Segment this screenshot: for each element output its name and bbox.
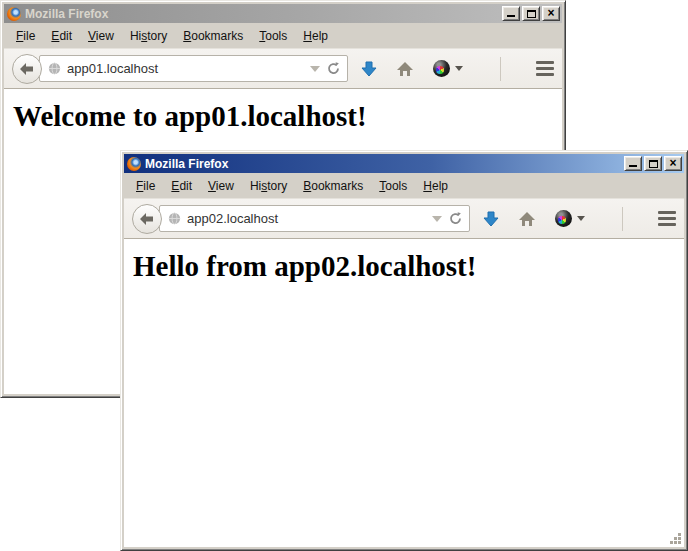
- url-dropdown-icon[interactable]: [310, 66, 320, 72]
- menu-file[interactable]: File: [8, 26, 43, 46]
- maximize-icon: [527, 10, 536, 18]
- minimize-icon: [507, 15, 515, 17]
- url-dropdown-icon[interactable]: [432, 216, 442, 222]
- chevron-down-icon: [577, 216, 585, 221]
- menu-help[interactable]: Help: [415, 176, 456, 196]
- menu-button[interactable]: [658, 211, 676, 226]
- close-button[interactable]: ×: [664, 156, 682, 171]
- firefox-logo-icon: [7, 7, 21, 21]
- url-text[interactable]: app01.localhost: [67, 61, 304, 76]
- url-bar[interactable]: app02.localhost: [159, 205, 470, 232]
- menu-history[interactable]: History: [122, 26, 175, 46]
- url-text[interactable]: app02.localhost: [187, 211, 426, 226]
- window-title: Mozilla Firefox: [25, 7, 498, 21]
- menu-view[interactable]: View: [80, 26, 122, 46]
- extension-button[interactable]: [555, 210, 585, 227]
- menu-history[interactable]: History: [242, 176, 295, 196]
- titlebar[interactable]: Mozilla Firefox ×: [124, 154, 684, 173]
- reload-icon[interactable]: [326, 61, 341, 76]
- firefox-logo-icon: [127, 157, 141, 171]
- menu-button[interactable]: [536, 61, 554, 76]
- navigation-toolbar: app01.localhost: [4, 48, 562, 89]
- toolbar-separator: [622, 207, 623, 231]
- reload-icon[interactable]: [448, 211, 463, 226]
- close-icon: ×: [669, 159, 676, 168]
- page-content: Hello from app02.localhost!: [124, 239, 684, 547]
- back-button[interactable]: [132, 204, 162, 234]
- globe-icon[interactable]: [168, 212, 181, 225]
- close-button[interactable]: ×: [542, 6, 560, 21]
- maximize-icon: [649, 160, 658, 168]
- menu-file[interactable]: File: [128, 176, 163, 196]
- close-icon: ×: [547, 9, 554, 18]
- resize-grip[interactable]: [668, 531, 682, 545]
- titlebar[interactable]: Mozilla Firefox ×: [4, 4, 562, 23]
- downloads-icon[interactable]: [483, 211, 499, 227]
- chevron-down-icon: [455, 66, 463, 71]
- back-arrow-icon: [140, 213, 154, 225]
- color-wheel-icon: [433, 60, 450, 77]
- menu-edit[interactable]: Edit: [43, 26, 80, 46]
- minimize-icon: [629, 165, 637, 167]
- menu-help[interactable]: Help: [295, 26, 336, 46]
- firefox-window-app02: Mozilla Firefox × File Edit View History…: [120, 150, 688, 551]
- maximize-button[interactable]: [644, 156, 662, 171]
- page-heading: Welcome to app01.localhost!: [13, 100, 562, 133]
- globe-icon[interactable]: [48, 62, 61, 75]
- home-icon[interactable]: [518, 211, 536, 227]
- back-arrow-icon: [20, 63, 34, 75]
- maximize-button[interactable]: [522, 6, 540, 21]
- url-bar[interactable]: app01.localhost: [39, 55, 348, 82]
- window-title: Mozilla Firefox: [145, 157, 620, 171]
- navigation-toolbar: app02.localhost: [124, 198, 684, 239]
- back-button[interactable]: [12, 54, 42, 84]
- menu-bookmarks[interactable]: Bookmarks: [295, 176, 371, 196]
- menu-bar: File Edit View History Bookmarks Tools H…: [124, 173, 684, 198]
- menu-bar: File Edit View History Bookmarks Tools H…: [4, 23, 562, 48]
- menu-bookmarks[interactable]: Bookmarks: [175, 26, 251, 46]
- color-wheel-icon: [555, 210, 572, 227]
- minimize-button[interactable]: [624, 156, 642, 171]
- menu-edit[interactable]: Edit: [163, 176, 200, 196]
- extension-button[interactable]: [433, 60, 463, 77]
- home-icon[interactable]: [396, 61, 414, 77]
- menu-tools[interactable]: Tools: [371, 176, 415, 196]
- toolbar-separator: [500, 57, 501, 81]
- minimize-button[interactable]: [502, 6, 520, 21]
- menu-view[interactable]: View: [200, 176, 242, 196]
- downloads-icon[interactable]: [361, 61, 377, 77]
- page-heading: Hello from app02.localhost!: [133, 250, 684, 283]
- menu-tools[interactable]: Tools: [251, 26, 295, 46]
